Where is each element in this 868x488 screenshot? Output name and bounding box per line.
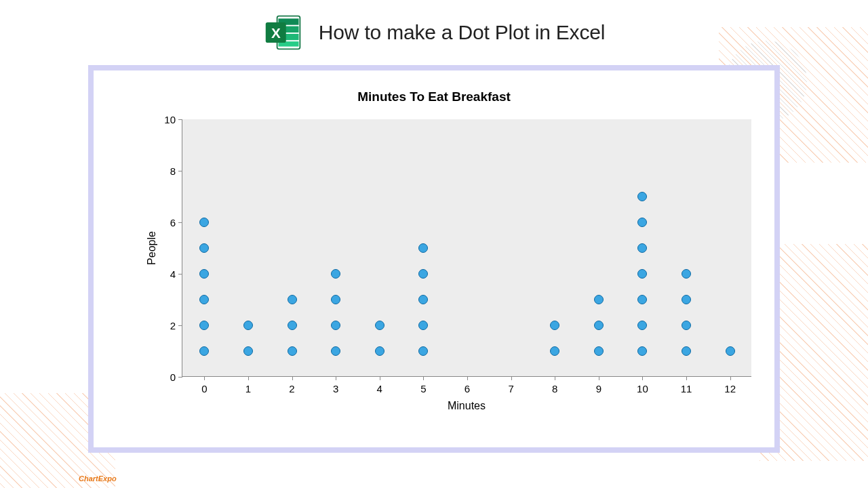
x-tick <box>292 376 293 380</box>
data-dot <box>637 218 647 227</box>
chart-frame: Minutes To Eat Breakfast People Minutes … <box>88 65 780 453</box>
data-dot <box>418 346 428 356</box>
data-dot <box>331 295 340 304</box>
data-dot <box>243 346 253 356</box>
data-dot <box>637 243 647 253</box>
data-dot <box>199 321 209 330</box>
data-dot <box>594 321 604 330</box>
x-tick-label: 7 <box>508 383 513 394</box>
data-dot <box>550 346 559 356</box>
x-tick-label: 10 <box>637 383 648 394</box>
x-tick <box>467 376 468 380</box>
x-tick-label: 6 <box>465 383 470 394</box>
y-tick-label: 2 <box>170 320 176 331</box>
y-tick <box>178 171 182 171</box>
data-dot <box>682 269 691 279</box>
x-tick <box>248 376 249 380</box>
y-tick-label: 10 <box>164 114 176 125</box>
data-dot <box>243 321 253 330</box>
x-tick-label: 5 <box>420 383 426 394</box>
data-dot <box>418 321 428 330</box>
svg-text:X: X <box>271 25 281 41</box>
x-tick <box>336 376 336 380</box>
data-dot <box>637 295 647 304</box>
excel-icon: X <box>263 12 304 53</box>
y-axis-label: People <box>146 231 158 265</box>
data-dot <box>288 321 297 330</box>
y-tick-label: 0 <box>170 371 176 383</box>
data-dot <box>375 321 384 330</box>
data-dot <box>637 346 647 356</box>
x-tick-label: 9 <box>596 383 601 394</box>
chart-title: Minutes To Eat Breakfast <box>94 89 774 104</box>
y-tick-label: 4 <box>170 268 176 280</box>
data-dot <box>418 243 428 253</box>
x-axis-label: Minutes <box>182 400 751 412</box>
x-tick <box>686 376 687 380</box>
y-tick <box>178 119 182 120</box>
data-dot <box>637 192 647 201</box>
data-dot <box>375 346 384 356</box>
data-dot <box>682 321 691 330</box>
data-dot <box>199 295 209 304</box>
x-tick <box>423 376 424 380</box>
data-dot <box>288 295 297 304</box>
data-dot <box>726 346 735 356</box>
data-dot <box>199 269 209 279</box>
x-tick-label: 11 <box>681 383 692 394</box>
x-tick <box>511 376 512 380</box>
data-dot <box>682 346 691 356</box>
x-tick <box>555 376 555 380</box>
data-dot <box>288 346 297 356</box>
x-tick <box>204 376 205 380</box>
brand-watermark: ChartExpo <box>79 474 117 483</box>
x-tick <box>642 376 643 380</box>
x-tick-label: 4 <box>377 383 382 394</box>
data-dot <box>594 295 604 304</box>
plot-area: 02468100123456789101112 <box>182 119 751 377</box>
x-tick-label: 12 <box>724 383 736 394</box>
data-dot <box>199 218 209 227</box>
y-tick-label: 6 <box>170 217 176 228</box>
x-tick-label: 2 <box>289 383 294 394</box>
x-tick <box>599 376 599 380</box>
y-tick-label: 8 <box>170 165 176 177</box>
data-dot <box>550 321 559 330</box>
y-tick <box>178 222 182 223</box>
y-tick <box>178 274 182 274</box>
x-tick-label: 0 <box>201 383 207 394</box>
y-tick <box>178 325 182 326</box>
x-tick <box>730 376 731 380</box>
y-tick <box>178 377 182 378</box>
x-tick-label: 1 <box>245 383 251 394</box>
data-dot <box>331 346 340 356</box>
data-dot <box>331 269 340 279</box>
page-header: X How to make a Dot Plot in Excel <box>0 12 868 53</box>
x-tick-label: 3 <box>333 383 338 394</box>
data-dot <box>418 269 428 279</box>
data-dot <box>594 346 604 356</box>
data-dot <box>682 295 691 304</box>
data-dot <box>331 321 340 330</box>
data-dot <box>637 269 647 279</box>
data-dot <box>637 321 647 330</box>
page-title: How to make a Dot Plot in Excel <box>319 21 605 44</box>
data-dot <box>199 346 209 356</box>
data-dot <box>418 295 428 304</box>
data-dot <box>199 243 209 253</box>
x-tick <box>380 376 380 380</box>
x-tick-label: 8 <box>552 383 557 394</box>
